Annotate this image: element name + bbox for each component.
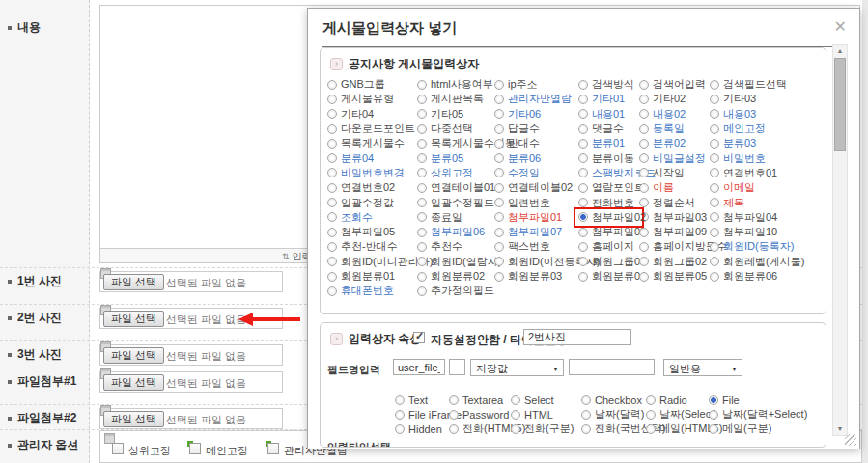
radio-icon[interactable] [327,80,337,90]
field-option[interactable]: 기타03 [710,92,820,106]
radio-icon[interactable] [395,395,405,405]
field-option[interactable]: 분류06 [494,151,578,166]
close-icon[interactable]: ✕ [834,17,847,36]
radio-icon[interactable] [710,168,719,177]
resize-rows-icon[interactable]: ⇅ [282,252,290,261]
field-option[interactable]: 내용03 [710,107,820,122]
radio-icon[interactable] [511,424,520,434]
field-option[interactable]: 제목 [710,196,820,210]
radio-icon[interactable] [494,198,504,207]
radio-icon[interactable] [417,124,427,134]
field-option[interactable]: 정렬순서 [639,196,710,210]
radio-icon[interactable] [417,272,427,282]
field-option[interactable]: 비밀글설정 [639,151,710,166]
radio-icon[interactable] [578,95,588,104]
radio-icon[interactable] [449,424,459,434]
field-option[interactable]: 회원ID(미니관리자) [327,255,417,269]
field-option[interactable]: 수정일 [494,166,578,180]
field-option[interactable]: 회원분류04 [578,269,639,284]
file-select-button[interactable]: 파일 선택 [103,374,164,391]
field-option[interactable]: 회원ID(이전등록자) [494,255,578,269]
radio-icon[interactable] [709,395,718,405]
type-option[interactable]: Hidden [395,423,449,435]
type-option[interactable]: Text [395,395,449,406]
type-option[interactable]: 전화(HTML5) [449,422,511,436]
field-option[interactable]: 추천수 [417,239,494,254]
field-option[interactable]: 회원ID(열람자) [417,255,494,269]
field-option[interactable]: 홈페이지방문수 [639,239,710,254]
field-option[interactable]: 내용01 [578,107,639,122]
field-option[interactable]: 첨부파일07 [494,225,578,239]
radio-icon[interactable] [578,242,588,252]
field-option[interactable]: 추천-반대수 [327,239,417,254]
type-option[interactable]: HTML [511,409,581,421]
field-option[interactable]: 홈페이지 [578,239,639,254]
field-option[interactable]: 기타06 [494,107,578,122]
field-option[interactable]: html사용여부 [417,77,494,92]
radio-icon[interactable] [417,212,427,222]
field-option[interactable]: 종료일 [417,210,494,225]
field-option[interactable]: 회원레벨(게시물) [710,255,820,269]
field-option[interactable]: 게시판목록 [417,92,494,106]
radio-icon[interactable] [710,80,719,90]
field-option[interactable]: 목록게시물수 [327,136,417,150]
field-option[interactable]: 휴대폰번호 [327,284,417,298]
field-option[interactable]: 일괄수정필드 [417,196,494,210]
field-option[interactable]: 기타05 [417,107,494,122]
field-option[interactable]: 연결테이블01 [417,180,494,195]
radio-icon[interactable] [578,183,588,193]
file-select-button[interactable]: 파일 선택 [103,311,164,327]
radio-icon[interactable] [710,109,719,119]
radio-icon[interactable] [578,168,588,177]
file-select-button[interactable]: 파일 선택 [103,347,164,364]
radio-icon[interactable] [494,109,504,119]
radio-icon[interactable] [511,395,520,405]
radio-icon[interactable] [417,139,427,149]
radio-icon[interactable] [327,228,337,237]
field-option[interactable]: 검색방식 [578,77,639,92]
radio-icon[interactable] [639,183,649,193]
field-option[interactable]: 첨부파일02 [575,209,642,226]
field-option[interactable]: 스팸방지코드 [578,166,639,180]
file-select-button[interactable]: 파일 선택 [103,411,164,427]
field-option[interactable]: 비밀번호변경 [327,166,417,180]
type-option[interactable]: Select [511,395,581,406]
radio-icon[interactable] [710,153,719,163]
field-option[interactable]: 첨부파일08 [578,225,639,239]
radio-icon[interactable] [710,212,719,222]
radio-icon[interactable] [710,272,719,282]
radio-icon[interactable] [511,410,520,420]
radio-icon[interactable] [578,139,588,149]
field-option[interactable]: 첨부파일09 [639,225,710,239]
radio-icon[interactable] [417,198,427,207]
radio-icon[interactable] [327,272,337,282]
radio-icon[interactable] [449,410,459,420]
auto-setting-checkbox[interactable] [413,332,425,343]
field-option[interactable]: 다운로드포인트 [327,122,417,136]
radio-icon[interactable] [639,198,649,207]
field-option[interactable]: 회원분류02 [417,269,494,284]
type-option[interactable]: 전화(국번선택) [581,422,646,436]
radio-icon[interactable] [709,424,718,434]
radio-icon[interactable] [417,257,427,266]
radio-icon[interactable] [417,80,427,90]
radio-icon[interactable] [710,242,719,252]
field-option[interactable]: 기타02 [639,92,710,106]
radio-icon[interactable] [639,124,649,134]
type-option[interactable]: 메일(HTML5) [646,422,709,436]
checkbox-pin-main[interactable] [189,443,201,454]
field-option[interactable]: 조회수 [327,210,417,225]
dialog-scrollbar[interactable]: ▲ ▼ [832,44,848,436]
field-option[interactable]: 상위고정 [417,166,494,180]
radio-icon[interactable] [578,257,588,266]
field-option[interactable]: 첨부파일06 [417,225,494,239]
radio-icon[interactable] [327,212,337,222]
radio-icon[interactable] [417,95,427,104]
scroll-up-icon[interactable]: ▲ [833,45,847,57]
radio-icon[interactable] [494,183,504,193]
field-option[interactable]: 첨부파일05 [327,225,417,239]
radio-icon[interactable] [494,272,504,282]
type-option[interactable]: Textarea [449,395,511,406]
field-option[interactable]: 메인고정 [710,122,820,136]
radio-icon[interactable] [710,139,719,149]
